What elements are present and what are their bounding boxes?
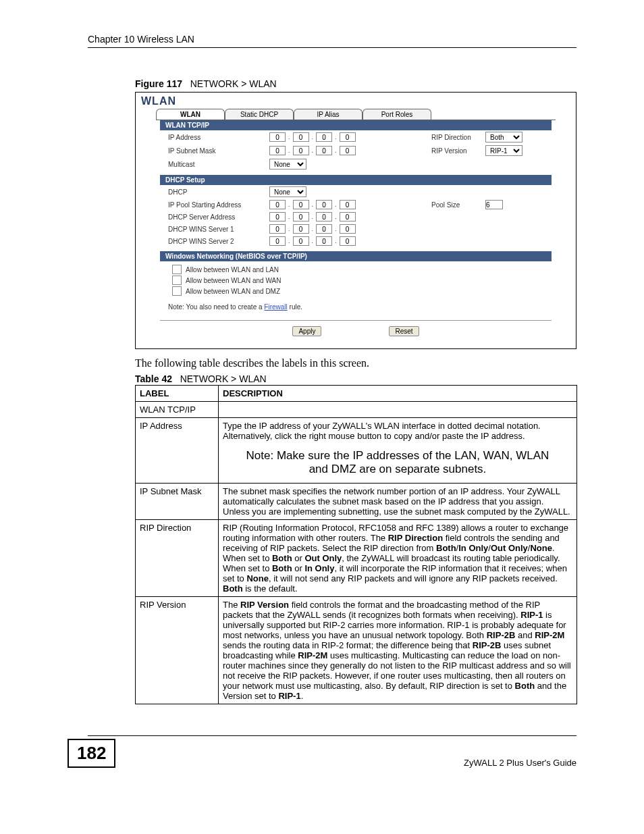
wins2-octet-2[interactable] (293, 236, 309, 246)
dhcpsrv-octet-3[interactable] (316, 212, 332, 221)
cell-label: IP Address (136, 418, 219, 484)
subnet-input[interactable]: . . . (269, 146, 398, 155)
table-row: RIP VersionThe RIP Version field control… (136, 597, 577, 704)
cell-desc: The subnet mask specifies the network nu… (219, 484, 577, 520)
figure-caption: Figure 117 NETWORK > WLAN (135, 78, 576, 89)
pool-octet-4[interactable] (340, 200, 356, 209)
dhcpsrv-octet-4[interactable] (340, 212, 356, 221)
label-wlan-lan: Allow between WLAN and LAN (186, 266, 279, 273)
tab-ip-alias[interactable]: IP Alias (294, 109, 363, 120)
cell-desc: Type the IP address of your ZyWALL's WLA… (219, 418, 577, 484)
pool-octet-3[interactable] (316, 200, 332, 209)
checkbox-wlan-lan[interactable] (172, 265, 182, 274)
label-rip-version: RIP Version (431, 147, 485, 155)
wins2-input[interactable]: . . . (269, 236, 398, 246)
table-row: WLAN TCP/IP (136, 402, 577, 418)
section-dhcp-setup: DHCP Setup (160, 175, 552, 185)
cell-desc: The RIP Version field controls the forma… (219, 597, 577, 704)
subnet-octet-4[interactable] (340, 146, 356, 155)
page-number: 182 (68, 739, 115, 768)
select-multicast[interactable]: None (269, 159, 306, 170)
chapter-header: Chapter 10 Wireless LAN (88, 34, 576, 48)
wins1-octet-4[interactable] (340, 224, 356, 234)
label-multicast: Multicast (168, 161, 269, 168)
wins1-octet-2[interactable] (293, 224, 309, 234)
wins2-octet-4[interactable] (340, 236, 356, 246)
tab-port-roles[interactable]: Port Roles (363, 109, 431, 120)
dhcp-server-input[interactable]: . . . (269, 212, 398, 221)
wins1-octet-1[interactable] (269, 224, 286, 234)
firewall-note: Note: You also need to create a Firewall… (156, 296, 556, 316)
label-wlan-dmz: Allow between WLAN and DMZ (186, 288, 280, 295)
dhcpsrv-octet-1[interactable] (269, 212, 286, 221)
wins2-octet-3[interactable] (316, 236, 332, 246)
table-row: IP Subnet MaskThe subnet mask specifies … (136, 484, 577, 520)
select-rip-version[interactable]: RIP-1 (485, 145, 522, 156)
ip-address-input[interactable]: . . . (269, 132, 398, 142)
subnet-octet-2[interactable] (293, 146, 309, 155)
input-pool-size[interactable] (485, 200, 503, 209)
table-title: NETWORK > WLAN (180, 373, 267, 384)
label-pool-size: Pool Size (431, 201, 485, 209)
table-intro-text: The following table describes the labels… (135, 357, 576, 369)
section-wlan-tcpip: WLAN TCP/IP (160, 120, 552, 130)
figure-number: Figure 117 (135, 78, 182, 89)
label-dhcp-server-addr: DHCP Server Address (168, 213, 269, 221)
figure-title: NETWORK > WLAN (190, 78, 277, 89)
tab-wlan[interactable]: WLAN (156, 109, 225, 120)
label-ip-pool-start: IP Pool Starting Address (168, 201, 269, 209)
select-rip-direction[interactable]: Both (485, 132, 522, 142)
cell-desc (219, 402, 577, 418)
ip-octet-3[interactable] (316, 132, 332, 142)
wlan-config-panel: WLAN WLAN Static DHCP IP Alias Port Role… (135, 92, 576, 349)
label-wlan-wan: Allow between WLAN and WAN (186, 277, 281, 284)
subnet-octet-3[interactable] (316, 146, 332, 155)
th-desc: DESCRIPTION (219, 386, 577, 402)
checkbox-wlan-wan[interactable] (172, 276, 182, 285)
cell-label: IP Subnet Mask (136, 484, 219, 520)
panel-title: WLAN (136, 94, 576, 109)
cell-note: Note: Make sure the IP addresses of the … (223, 441, 572, 480)
ip-octet-2[interactable] (293, 132, 309, 142)
ip-octet-1[interactable] (269, 132, 286, 142)
dhcpsrv-octet-2[interactable] (293, 212, 309, 221)
checkbox-wlan-dmz[interactable] (172, 286, 182, 296)
section-winnet: Windows Networking (NetBIOS over TCP/IP) (160, 251, 552, 261)
ip-octet-4[interactable] (340, 132, 356, 142)
cell-label: WLAN TCP/IP (136, 402, 219, 418)
table-number: Table 42 (135, 373, 172, 384)
firewall-link[interactable]: Firewall (264, 303, 287, 311)
label-ip-address: IP Address (168, 134, 269, 141)
label-wins1: DHCP WINS Server 1 (168, 226, 269, 233)
guide-name: ZyWALL 2 Plus User's Guide (464, 758, 576, 768)
label-ip-subnet: IP Subnet Mask (168, 147, 269, 155)
cell-desc: RIP (Routing Information Protocol, RFC10… (219, 520, 577, 597)
table-row: IP AddressType the IP address of your Zy… (136, 418, 577, 484)
wins1-octet-3[interactable] (316, 224, 332, 234)
pool-start-input[interactable]: . . . (269, 200, 398, 209)
label-dhcp: DHCP (168, 188, 269, 196)
apply-button[interactable]: Apply (292, 326, 321, 336)
tab-bar: WLAN Static DHCP IP Alias Port Roles (156, 109, 576, 120)
table-row: RIP DirectionRIP (Routing Information Pr… (136, 520, 577, 597)
th-label: LABEL (136, 386, 219, 402)
label-rip-direction: RIP Direction (431, 134, 485, 141)
cell-label: RIP Version (136, 597, 219, 704)
subnet-octet-1[interactable] (269, 146, 286, 155)
pool-octet-2[interactable] (293, 200, 309, 209)
description-table: LABEL DESCRIPTION WLAN TCP/IPIP AddressT… (135, 385, 577, 704)
pool-octet-1[interactable] (269, 200, 286, 209)
wins1-input[interactable]: . . . (269, 224, 398, 234)
reset-button[interactable]: Reset (389, 326, 419, 336)
label-wins2: DHCP WINS Server 2 (168, 238, 269, 245)
wins2-octet-1[interactable] (269, 236, 286, 246)
tab-static-dhcp[interactable]: Static DHCP (225, 109, 294, 120)
select-dhcp[interactable]: None (269, 186, 306, 197)
cell-label: RIP Direction (136, 520, 219, 597)
table-caption: Table 42 NETWORK > WLAN (135, 373, 576, 384)
